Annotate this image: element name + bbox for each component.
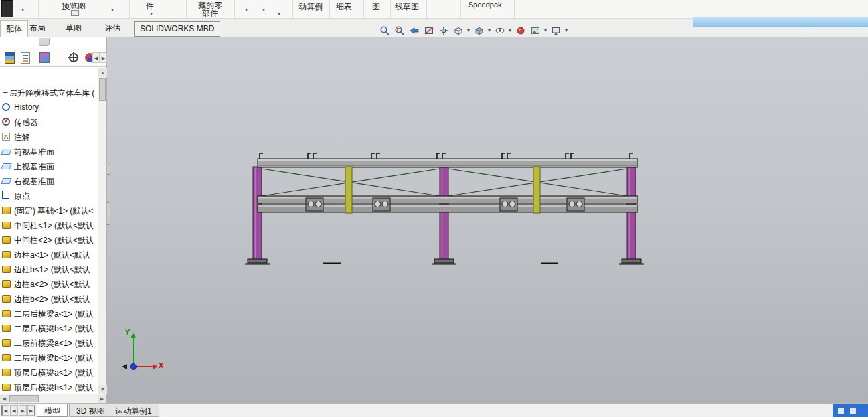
hide-show-items-icon[interactable]	[494, 25, 505, 37]
view-annotations-icon[interactable]	[438, 25, 449, 37]
section-view-icon[interactable]	[423, 25, 434, 37]
propertymanager-icon	[21, 52, 30, 64]
tree-item-l2-rear-beam-b1[interactable]: 二层后横梁b<1> (默认	[0, 321, 98, 336]
trolley-assembly-4[interactable]	[567, 198, 584, 211]
tree-horizontal-scrollbar[interactable]: ◀ ▶	[0, 394, 106, 403]
tree-item-origin[interactable]: 原点	[0, 189, 98, 203]
dropdown-caret-icon[interactable]: ▾	[467, 28, 470, 33]
dropdown-caret-icon[interactable]: ▾	[21, 7, 24, 13]
trolley-assembly-2[interactable]	[373, 198, 390, 211]
apply-scene-icon[interactable]	[529, 25, 541, 37]
scrollbar-thumb[interactable]	[9, 395, 39, 402]
tree-item-annotations[interactable]: 注解	[0, 130, 98, 145]
doc-tab-3d-views[interactable]: 3D 视图	[69, 404, 112, 417]
view-settings-icon[interactable]	[550, 25, 561, 37]
model-drawing[interactable]	[107, 37, 868, 403]
scrollbar-thumb[interactable]	[99, 78, 106, 101]
middle-column[interactable]	[440, 167, 448, 260]
tree-item-middle-column-2[interactable]: 中间柱<2> (默认<默认	[0, 233, 98, 248]
ribbon-bom-label[interactable]: 细表	[336, 1, 352, 13]
previous-tab-icon[interactable]: ◀	[10, 405, 18, 416]
panel-collapse-handle[interactable]	[39, 38, 50, 46]
tree-item-front-plane[interactable]: 前视基准面	[0, 145, 98, 159]
tree-item-edge-column-b2[interactable]: 边柱b<2> (默认<默认	[0, 292, 98, 307]
yellow-post-1[interactable]	[345, 167, 352, 213]
previous-view-icon[interactable]	[408, 25, 420, 37]
tree-vertical-scrollbar[interactable]: ▲ ▼	[98, 68, 106, 394]
doc-tab-model[interactable]: 模型	[37, 404, 68, 417]
trolley-assembly-1[interactable]	[306, 198, 323, 211]
tab-sketch[interactable]: 草图	[60, 20, 87, 37]
tree-item-l2-front-beam-a1[interactable]: 二层前横梁a<1> (默认	[0, 336, 98, 351]
panel-splitter-grip[interactable]	[107, 202, 110, 225]
tab-layout[interactable]: 布局	[24, 20, 51, 37]
tab-solidworks-mbd[interactable]: SOLIDWORKS MBD	[134, 21, 220, 37]
top-beam[interactable]	[258, 159, 638, 167]
tree-item-edge-column-a1[interactable]: 边柱a<1> (默认<默认	[0, 248, 98, 262]
dropdown-caret-icon[interactable]: ▾	[565, 28, 568, 33]
base-plate-right[interactable]	[619, 259, 644, 264]
next-tab-icon[interactable]: ▶	[19, 405, 27, 416]
tree-item-top-rear-beam-b1[interactable]: 顶层后横梁b<1> (默认	[0, 380, 98, 394]
ribbon-speedpak-label[interactable]: Speedpak	[468, 1, 502, 9]
ribbon-separator	[460, 0, 461, 18]
tree-item-history[interactable]: History	[0, 100, 98, 115]
featuremanager-tab[interactable]	[3, 51, 16, 64]
display-style-icon[interactable]	[473, 25, 485, 37]
configurationmanager-tab[interactable]	[37, 51, 51, 64]
graphics-viewport[interactable]: Y X	[107, 37, 868, 403]
tree-root-assembly[interactable]: 三层升降横移式立体车库 (	[0, 86, 98, 100]
ribbon-exploded-view-label[interactable]: 图	[372, 1, 380, 13]
tree-item-edge-column-a2[interactable]: 边柱a<2> (默认<默认	[0, 277, 98, 292]
panel-tab-scroll-right[interactable]: ▶	[100, 52, 107, 63]
part-icon	[2, 266, 11, 273]
tab-evaluate[interactable]: 评估	[99, 20, 126, 37]
scroll-left-icon[interactable]: ◀	[0, 395, 9, 403]
tree-item-l2-front-beam-b1[interactable]: 二层前横梁b<1> (默认	[0, 351, 98, 365]
ribbon-part-icon[interactable]	[1, 0, 13, 17]
doc-tab-motion-study[interactable]: 运动算例1	[108, 404, 159, 417]
dropdown-caret-icon[interactable]: ▾	[488, 28, 491, 33]
edge-column-right[interactable]	[627, 167, 636, 260]
dropdown-caret-icon[interactable]: ▾	[509, 28, 511, 33]
edge-column-left[interactable]	[253, 167, 262, 260]
last-tab-icon[interactable]: ▶	[27, 405, 35, 416]
x-axis-label: X	[159, 361, 163, 369]
coordinate-triad: Y X	[120, 329, 167, 372]
dropdown-caret-icon[interactable]: ▾	[544, 28, 547, 33]
dropdown-caret-icon[interactable]: ▾	[262, 7, 265, 13]
base-plate-left[interactable]	[245, 259, 270, 264]
tree-item-middle-column-1[interactable]: 中间柱<1> (默认<默认	[0, 218, 98, 233]
first-tab-icon[interactable]: ◀	[1, 405, 9, 416]
tree-item-base[interactable]: (固定) 基础<1> (默认<	[0, 203, 98, 218]
ribbon-motion-study-label[interactable]: 动算例	[298, 1, 323, 13]
tree-item-top-rear-beam-a1[interactable]: 顶层后横梁a<1> (默认	[0, 365, 98, 380]
panel-splitter-grip[interactable]	[107, 163, 110, 175]
view-orientation-icon[interactable]	[452, 25, 464, 37]
propertymanager-tab[interactable]	[19, 51, 32, 64]
ribbon-hidden-parts-label2[interactable]: 部件	[202, 8, 218, 19]
edit-appearance-icon[interactable]	[515, 25, 526, 37]
tree-item-edge-column-b1[interactable]: 边柱b<1> (默认<默认	[0, 262, 98, 277]
tree-item-top-plane[interactable]: 上视基准面	[0, 159, 98, 174]
dropdown-caret-icon[interactable]: ▾	[245, 7, 248, 13]
panel-tab-scroll-left[interactable]: ◀	[92, 52, 100, 63]
scroll-up-icon[interactable]: ▲	[98, 68, 107, 77]
zoom-fit-icon[interactable]	[379, 25, 390, 37]
ribbon-separator	[363, 0, 364, 18]
dimxpertmanager-tab[interactable]	[67, 51, 80, 64]
tree-item-sensors[interactable]: 传感器	[0, 115, 98, 130]
tree-item-right-plane[interactable]: 右视基准面	[0, 174, 98, 189]
ribbon-explode-sketch-label[interactable]: 线草图	[395, 1, 419, 13]
taskbar-glyph	[838, 408, 844, 414]
tree-item-l2-rear-beam-a1[interactable]: 二层后横梁a<1> (默认	[0, 307, 98, 321]
scroll-down-icon[interactable]: ▼	[98, 385, 107, 394]
dropdown-caret-icon[interactable]: ▾	[150, 11, 153, 17]
dropdown-caret-icon[interactable]: ▾	[278, 11, 280, 17]
scroll-right-icon[interactable]: ▶	[98, 395, 106, 403]
base-plate-middle[interactable]	[432, 259, 456, 264]
dropdown-caret-icon[interactable]: ▾	[111, 7, 114, 13]
yellow-post-2[interactable]	[533, 167, 540, 213]
zoom-area-icon[interactable]	[394, 25, 405, 37]
trolley-assembly-3[interactable]	[500, 198, 517, 211]
